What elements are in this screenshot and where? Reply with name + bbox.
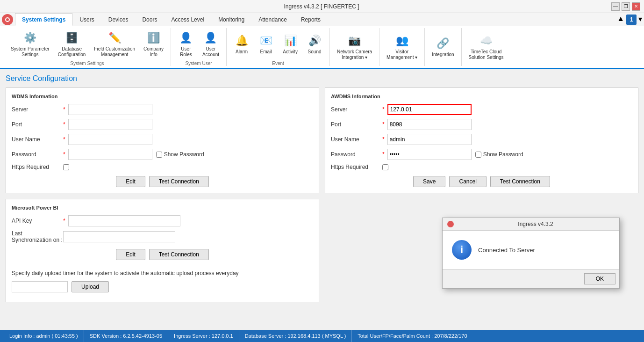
status-login: Login Info : admin ( 01:43:55 ) [4, 330, 84, 342]
upload-timer-input[interactable] [12, 281, 68, 292]
awdms-show-password-label: Show Password [475, 151, 523, 158]
wdms-server-input[interactable] [68, 104, 152, 115]
user-roles-label: UserRoles [180, 46, 192, 58]
nav-up[interactable]: ▲ [617, 15, 624, 25]
awdms-port-input[interactable] [387, 119, 472, 130]
powerbi-apikey-input[interactable] [68, 215, 180, 226]
wdms-https-checkbox[interactable] [63, 164, 69, 170]
awdms-cancel-button[interactable]: Cancel [449, 176, 486, 187]
status-sdk: SDK Version : 6.2.5.42-4913-05 [84, 330, 168, 342]
ribbon-btn-alarm[interactable]: 🔔 Alarm [230, 31, 253, 57]
upload-button[interactable]: Upload [72, 281, 109, 292]
ribbon-btn-activity[interactable]: 📊 Activity [279, 31, 301, 57]
wdms-port-input[interactable] [68, 119, 152, 130]
awdms-port-label: Port [331, 121, 382, 128]
ribbon-buttons-timetec: ☁️ TimeTec CloudSolution Settings [465, 28, 507, 65]
field-customization-label: Field CustomizationManagement [94, 46, 135, 58]
tab-access-level[interactable]: Access Level [164, 13, 211, 26]
dialog: Ingress v4.3.2 i Connected To Server OK [442, 218, 620, 289]
database-label: DatabaseConfiguration [58, 46, 86, 58]
wdms-show-password-checkbox[interactable] [156, 152, 162, 158]
ribbon-group-camera: 📷 Network CameraIntegration ▾ [330, 28, 379, 66]
ribbon-btn-field-customization[interactable]: ✏️ Field CustomizationManagement [91, 28, 138, 60]
tab-monitoring[interactable]: Monitoring [211, 13, 251, 26]
ribbon-group-system-settings: ⚙️ System ParameterSettings 🗄️ DatabaseC… [4, 28, 171, 66]
powerbi-edit-button[interactable]: Edit [116, 249, 145, 260]
wdms-https-label: Https Required [12, 164, 63, 170]
wdms-show-password-label: Show Password [156, 151, 204, 158]
powerbi-sync-input[interactable] [63, 231, 175, 242]
wdms-edit-button[interactable]: Edit [116, 176, 145, 187]
awdms-server-label: Server [331, 106, 382, 113]
wdms-username-input[interactable] [68, 134, 152, 145]
user-icon[interactable]: 1 [626, 15, 637, 25]
awdms-show-password-checkbox[interactable] [475, 152, 481, 158]
ribbon-group-timetec: ☁️ TimeTec CloudSolution Settings [462, 28, 511, 66]
email-label: Email [260, 49, 272, 55]
ribbon-buttons-integration: 🔗 Integration [429, 28, 457, 65]
powerbi-test-button[interactable]: Test Connection [149, 249, 209, 260]
ribbon-btn-system-parameter[interactable]: ⚙️ System ParameterSettings [7, 28, 53, 60]
restore-button[interactable]: ❐ [622, 2, 630, 11]
dialog-title: Ingress v4.3.2 [457, 221, 615, 227]
camera-label: Network CameraIntegration ▾ [337, 49, 372, 60]
awdms-password-label: Password [331, 151, 382, 158]
tab-doors[interactable]: Doors [135, 13, 164, 26]
minimize-button[interactable]: — [611, 2, 620, 11]
awdms-username-label: User Name [331, 136, 382, 143]
ribbon-btn-camera[interactable]: 📷 Network CameraIntegration ▾ [334, 31, 375, 63]
dialog-close-dot[interactable] [447, 221, 454, 227]
wdms-username-required: * [63, 136, 65, 143]
tab-reports[interactable]: Reports [294, 13, 328, 26]
wdms-password-input[interactable] [68, 149, 152, 160]
ribbon-btn-visitor[interactable]: 👥 VisitorManagement ▾ [383, 31, 421, 63]
wdms-buttons: Edit Test Connection [12, 176, 313, 187]
ribbon-btn-sound[interactable]: 🔊 Sound [303, 31, 326, 57]
system-parameter-icon: ⚙️ [22, 30, 37, 45]
wdms-password-required: * [63, 151, 65, 158]
awdms-username-input[interactable] [387, 134, 472, 145]
database-icon: 🗄️ [64, 30, 79, 45]
ribbon-btn-timetec[interactable]: ☁️ TimeTec CloudSolution Settings [465, 31, 507, 63]
awdms-username-row: User Name * [331, 134, 632, 145]
awdms-password-input[interactable] [387, 149, 472, 160]
alarm-label: Alarm [236, 49, 248, 55]
ribbon-buttons-user: 👤 UserRoles 👤 UserAccount [175, 28, 222, 60]
user-account-icon: 👤 [203, 30, 218, 45]
wdms-password-label: Password [12, 151, 63, 158]
awdms-https-checkbox[interactable] [382, 164, 388, 170]
awdms-server-input[interactable] [387, 104, 472, 115]
tab-system-settings[interactable]: System Settings [15, 13, 72, 26]
ribbon-buttons-visitor: 👥 VisitorManagement ▾ [383, 28, 421, 65]
ribbon-btn-user-account[interactable]: 👤 UserAccount [199, 28, 222, 60]
awdms-buttons: Save Cancel Test Connection [331, 176, 632, 187]
tab-devices[interactable]: Devices [101, 13, 136, 26]
awdms-https-row: Https Required [331, 164, 632, 170]
company-label: CompanyInfo [143, 46, 164, 58]
awdms-panel: AWDMS Information Server * Port * User N… [325, 87, 638, 193]
bottom-grid: Microsoft Power BI API Key * Last Synchr… [6, 199, 638, 302]
ribbon-btn-user-roles[interactable]: 👤 UserRoles [175, 28, 197, 60]
timetec-label: TimeTec CloudSolution Settings [469, 49, 504, 60]
activity-label: Activity [283, 49, 298, 55]
dialog-ok-button[interactable]: OK [584, 273, 615, 284]
alarm-icon: 🔔 [234, 33, 249, 48]
awdms-test-button[interactable]: Test Connection [490, 176, 550, 187]
awdms-panel-title: AWDMS Information [331, 94, 632, 99]
wdms-server-row: Server * [12, 104, 313, 115]
awdms-save-button[interactable]: Save [413, 176, 445, 187]
activity-icon: 📊 [283, 33, 298, 48]
tab-attendance[interactable]: Attendance [251, 13, 294, 26]
main-content: Service Configuration WDMS Information S… [0, 69, 644, 332]
close-button[interactable]: ✕ [632, 2, 640, 11]
ribbon-btn-database[interactable]: 🗄️ DatabaseConfiguration [55, 28, 89, 60]
menu-dots[interactable]: ▾ [638, 15, 642, 25]
title-bar-text: Ingress v4.3.2 [ FINGERTEC ] [32, 3, 611, 10]
ribbon-btn-email[interactable]: 📧 Email [255, 31, 277, 57]
tab-users[interactable]: Users [72, 13, 101, 26]
wdms-test-button[interactable]: Test Connection [149, 176, 209, 187]
wdms-username-row: User Name * [12, 134, 313, 145]
powerbi-panel: Microsoft Power BI API Key * Last Synchr… [6, 199, 319, 302]
ribbon-btn-company[interactable]: ℹ️ CompanyInfo [140, 28, 167, 60]
ribbon-btn-integration[interactable]: 🔗 Integration [429, 34, 457, 60]
